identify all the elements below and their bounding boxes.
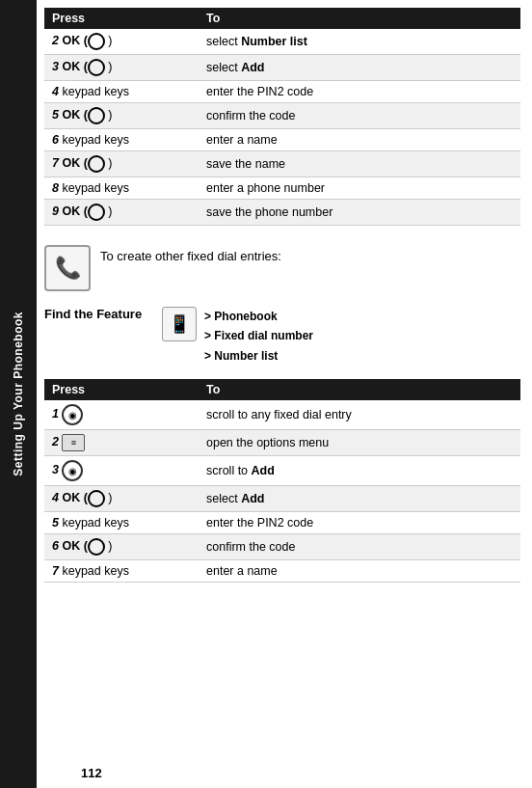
- press-cell: 5 OK ( ): [44, 103, 199, 129]
- press-cell: 3 ◉: [44, 456, 199, 486]
- page-number: 112: [81, 766, 102, 780]
- press-text: keypad keys: [62, 85, 128, 98]
- bottom-table-wrapper: Press To 1 ◉scroll to any fixed dial ent…: [44, 379, 520, 592]
- ok-circle-icon: [88, 107, 105, 124]
- press-cell: 3 OK ( ): [44, 55, 199, 81]
- phone-icon: 📱: [162, 307, 197, 341]
- sidebar-label: Setting Up Your Phonebook: [12, 312, 25, 476]
- to-cell: scroll to Add: [199, 456, 520, 486]
- press-cell: 6 keypad keys: [44, 129, 199, 151]
- to-cell: save the phone number: [199, 200, 520, 226]
- to-cell: save the name: [199, 151, 520, 177]
- press-cell: 2 OK ( ): [44, 29, 199, 55]
- press-cell: 7 OK ( ): [44, 151, 199, 177]
- path-item: Number list: [204, 346, 313, 366]
- press-cell: 6 OK ( ): [44, 534, 199, 560]
- press-text: keypad keys: [62, 564, 128, 578]
- note-icon: 📞: [44, 245, 91, 291]
- find-feature-section: Find the Feature 📱 PhonebookFixed dial n…: [44, 307, 520, 366]
- to-cell: confirm the code: [199, 534, 520, 560]
- press-cell: 9 OK ( ): [44, 200, 199, 226]
- table-row: 3 ◉scroll to Add: [44, 456, 520, 486]
- row-number: 9: [52, 204, 62, 218]
- press-cell: 7 keypad keys: [44, 560, 199, 583]
- ok-circle-icon: [88, 59, 105, 76]
- press-cell: 5 keypad keys: [44, 512, 199, 534]
- to-cell: enter the PIN2 code: [199, 81, 520, 103]
- table-row: 7 OK ( )save the name: [44, 151, 520, 177]
- row-number: 4: [52, 85, 62, 98]
- row-number: 2: [52, 34, 62, 47]
- path-item: Fixed dial number: [204, 326, 313, 345]
- to-cell: select Number list: [199, 29, 520, 55]
- row-number: 3: [52, 463, 62, 476]
- top-table: Press To 2 OK ( )select Number list3 OK …: [44, 8, 520, 226]
- bottom-table-header-press: Press: [44, 379, 199, 400]
- path-items: PhonebookFixed dial numberNumber list: [204, 307, 313, 366]
- row-number: 2: [52, 435, 62, 448]
- to-cell: enter a name: [199, 560, 520, 583]
- to-cell: scroll to any fixed dial entry: [199, 400, 520, 430]
- row-number: 7: [52, 564, 62, 578]
- press-text: OK ( ): [62, 108, 112, 122]
- find-feature-row: Find the Feature 📱 PhonebookFixed dial n…: [44, 307, 520, 366]
- top-table-header-press: Press: [44, 8, 199, 29]
- table-row: 2 ≡open the options menu: [44, 430, 520, 456]
- row-number: 3: [52, 60, 62, 73]
- row-number: 6: [52, 539, 62, 553]
- note-icon-symbol: 📞: [55, 256, 81, 281]
- table-row: 9 OK ( )save the phone number: [44, 200, 520, 226]
- row-number: 4: [52, 491, 62, 504]
- nav-circle-icon: ◉: [62, 460, 83, 481]
- to-cell: select Add: [199, 55, 520, 81]
- top-table-header-to: To: [199, 8, 520, 29]
- ok-circle-icon: [88, 33, 105, 50]
- table-row: 6 keypad keysenter a name: [44, 129, 520, 151]
- press-text: keypad keys: [62, 133, 128, 147]
- row-number: 1: [52, 407, 62, 421]
- main-content: Press To 2 OK ( )select Number list3 OK …: [37, 0, 532, 788]
- to-cell: enter a phone number: [199, 177, 520, 200]
- bottom-table-header-to: To: [199, 379, 520, 400]
- row-number: 8: [52, 181, 62, 195]
- table-row: 1 ◉scroll to any fixed dial entry: [44, 400, 520, 430]
- row-number: 6: [52, 133, 62, 147]
- note-text: To create other fixed dial entries:: [100, 245, 281, 266]
- press-cell: 8 keypad keys: [44, 177, 199, 200]
- ok-circle-icon: [88, 490, 105, 507]
- row-number: 7: [52, 156, 62, 170]
- to-cell: enter the PIN2 code: [199, 512, 520, 534]
- press-text: keypad keys: [62, 181, 128, 195]
- note-section: 📞 To create other fixed dial entries:: [44, 245, 520, 291]
- table-row: 8 keypad keysenter a phone number: [44, 177, 520, 200]
- table-row: 5 OK ( )confirm the code: [44, 103, 520, 129]
- press-text: OK ( ): [62, 34, 112, 47]
- page-wrapper: Setting Up Your Phonebook Press To 2 OK …: [0, 0, 532, 788]
- to-cell: enter a name: [199, 129, 520, 151]
- options-menu-icon: ≡: [62, 434, 85, 451]
- press-text: keypad keys: [62, 516, 128, 530]
- find-feature-path: 📱 PhonebookFixed dial numberNumber list: [162, 307, 313, 366]
- table-row: 4 keypad keysenter the PIN2 code: [44, 81, 520, 103]
- table-row: 5 keypad keysenter the PIN2 code: [44, 512, 520, 534]
- press-cell: 4 keypad keys: [44, 81, 199, 103]
- sidebar: Setting Up Your Phonebook: [0, 0, 37, 788]
- press-cell: 1 ◉: [44, 400, 199, 430]
- table-row: 2 OK ( )select Number list: [44, 29, 520, 55]
- nav-circle-icon: ◉: [62, 404, 83, 425]
- press-text: OK ( ): [62, 60, 112, 73]
- press-text: OK ( ): [62, 204, 112, 218]
- ok-circle-icon: [88, 538, 105, 556]
- row-number: 5: [52, 108, 62, 122]
- find-feature-label: Find the Feature: [44, 307, 150, 321]
- row-number: 5: [52, 516, 62, 530]
- ok-circle-icon: [88, 155, 105, 173]
- table-row: 4 OK ( )select Add: [44, 486, 520, 512]
- table-row: 6 OK ( )confirm the code: [44, 534, 520, 560]
- to-cell: select Add: [199, 486, 520, 512]
- press-cell: 4 OK ( ): [44, 486, 199, 512]
- table-row: 3 OK ( )select Add: [44, 55, 520, 81]
- table-row: 7 keypad keysenter a name: [44, 560, 520, 583]
- press-text: OK ( ): [62, 156, 112, 170]
- path-item: Phonebook: [204, 307, 313, 326]
